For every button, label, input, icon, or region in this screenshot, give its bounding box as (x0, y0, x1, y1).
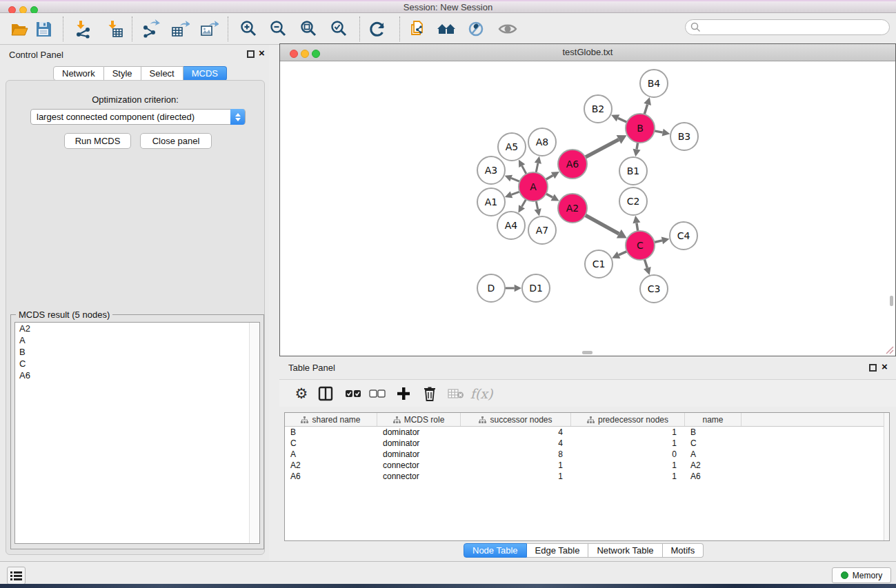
horizontal-scrollbar[interactable] (582, 351, 593, 354)
edge-B-B1[interactable] (637, 143, 638, 150)
table-cell[interactable]: A2 (685, 460, 741, 471)
float-panel-icon[interactable] (869, 364, 877, 372)
tab-motifs[interactable]: Motifs (663, 543, 704, 558)
zoom-window-icon[interactable] (312, 50, 320, 58)
edge-A-A5[interactable] (522, 166, 526, 174)
table-cell[interactable]: C (285, 438, 377, 449)
zoom-out-icon[interactable] (268, 19, 289, 39)
eye-icon[interactable] (497, 19, 518, 39)
toggle-graphics-icon[interactable] (466, 19, 486, 39)
import-table-icon[interactable] (104, 19, 125, 39)
search-input[interactable] (685, 19, 890, 35)
column-header-name[interactable]: name (685, 413, 741, 426)
table-cell[interactable]: B (685, 427, 741, 438)
result-item[interactable]: A2 (15, 323, 259, 334)
table-cell[interactable]: connector (377, 471, 461, 482)
column-header-successor-nodes[interactable]: successor nodes (461, 413, 571, 426)
network-canvas[interactable]: B4B2BB3A8A5A6A3B1AC2A1A2A4A7C4CC1C3DD1 (280, 61, 895, 356)
edge-C-C1[interactable] (619, 252, 627, 255)
tab-network[interactable]: Network (53, 66, 104, 81)
gear-icon[interactable]: ⚙ (291, 383, 312, 404)
mcds-result-list[interactable]: A2ABCA6 (14, 322, 260, 544)
tab-select[interactable]: Select (141, 66, 183, 81)
optimization-dropdown[interactable]: largest connected component (directed) (30, 109, 246, 125)
table-row[interactable]: A6connector11A6 (285, 471, 889, 482)
duplicate-network-icon[interactable] (408, 19, 428, 39)
table-cell[interactable]: 0 (571, 449, 685, 460)
result-item[interactable]: A (15, 334, 259, 346)
minimize-window-icon[interactable] (301, 50, 309, 58)
edge-C-C4[interactable] (654, 241, 661, 243)
export-network-icon[interactable] (140, 19, 161, 39)
edge-B-B2[interactable] (618, 118, 627, 122)
resize-grip-icon[interactable] (884, 345, 894, 354)
import-network-icon[interactable] (72, 19, 93, 39)
close-panel-icon[interactable]: × (259, 49, 265, 57)
dropdown-stepper-icon[interactable] (230, 109, 245, 125)
edge-A-A1[interactable] (511, 192, 519, 194)
table-cell[interactable]: 1 (571, 438, 685, 449)
zoom-in-icon[interactable] (239, 19, 259, 39)
table-cell[interactable]: 8 (461, 449, 571, 460)
table-cell[interactable]: 1 (571, 460, 685, 471)
table-row[interactable]: A2connector11A2 (285, 460, 889, 471)
table-cell[interactable]: 1 (571, 427, 685, 438)
table-cell[interactable]: A2 (285, 460, 377, 471)
tab-node-table[interactable]: Node Table (464, 543, 527, 558)
export-image-icon[interactable] (199, 19, 219, 39)
export-table-icon[interactable] (170, 19, 190, 39)
add-column-icon[interactable] (393, 383, 414, 404)
edge-A-A2[interactable] (546, 194, 552, 197)
result-item[interactable]: A6 (15, 369, 259, 381)
deselect-all-icon[interactable] (367, 383, 388, 404)
table-cell[interactable]: B (285, 427, 377, 438)
edge-B-B3[interactable] (655, 131, 663, 132)
network-window-titlebar[interactable]: testGlobe.txt (280, 44, 895, 61)
table-cell[interactable]: 1 (461, 471, 571, 482)
memory-button[interactable]: Memory (832, 567, 891, 583)
table-cell[interactable]: A (685, 449, 741, 460)
node-table[interactable]: shared nameMCDS rolesuccessor nodesprede… (284, 412, 890, 541)
open-icon[interactable] (9, 19, 30, 39)
task-history-button[interactable] (7, 567, 26, 585)
clear-table-icon[interactable] (446, 383, 466, 404)
table-cell[interactable]: A (285, 449, 377, 460)
edge-A-A8[interactable] (536, 163, 538, 173)
column-browser-icon[interactable] (315, 383, 336, 404)
table-cell[interactable]: 1 (461, 460, 571, 471)
table-cell[interactable]: dominator (377, 449, 461, 460)
table-cell[interactable]: dominator (377, 427, 461, 438)
close-panel-button[interactable]: Close panel (140, 133, 212, 149)
tab-network-table[interactable]: Network Table (588, 543, 662, 558)
edge-A6-B[interactable] (586, 139, 619, 157)
tab-mcds[interactable]: MCDS (183, 66, 227, 81)
table-row[interactable]: Bdominator41B (285, 427, 889, 438)
table-cell[interactable]: connector (377, 460, 461, 471)
network-graph[interactable]: B4B2BB3A8A5A6A3B1AC2A1A2A4A7C4CC1C3DD1 (280, 61, 895, 356)
network-window-controls[interactable] (290, 48, 323, 61)
run-mcds-button[interactable]: Run MCDS (64, 133, 131, 149)
close-panel-icon[interactable]: × (882, 363, 888, 370)
table-cell[interactable]: C (685, 438, 741, 449)
edge-A-A7[interactable] (536, 201, 537, 210)
close-window-icon[interactable] (290, 50, 298, 58)
table-cell[interactable]: 4 (461, 427, 571, 438)
delete-column-icon[interactable] (419, 383, 440, 404)
edge-A-A3[interactable] (511, 178, 519, 181)
edge-A-A4[interactable] (522, 199, 526, 207)
column-header-shared-name[interactable]: shared name (285, 413, 377, 426)
result-scrollbar[interactable] (249, 323, 259, 543)
zoom-selected-icon[interactable] (329, 19, 350, 39)
vertical-scrollbar[interactable] (890, 296, 893, 306)
refresh-icon[interactable] (367, 19, 388, 39)
table-row[interactable]: Adominator80A (285, 449, 889, 460)
edge-C-C3[interactable] (644, 259, 647, 268)
table-cell[interactable]: dominator (377, 438, 461, 449)
edge-A-A6[interactable] (546, 175, 552, 179)
table-cell[interactable]: A6 (285, 471, 377, 482)
neighbors-icon[interactable] (436, 19, 457, 39)
table-row[interactable]: Cdominator41C (285, 438, 889, 449)
column-header-predecessor-nodes[interactable]: predecessor nodes (571, 413, 685, 426)
edge-C-C2[interactable] (637, 223, 638, 231)
edge-A2-C[interactable] (585, 215, 619, 234)
